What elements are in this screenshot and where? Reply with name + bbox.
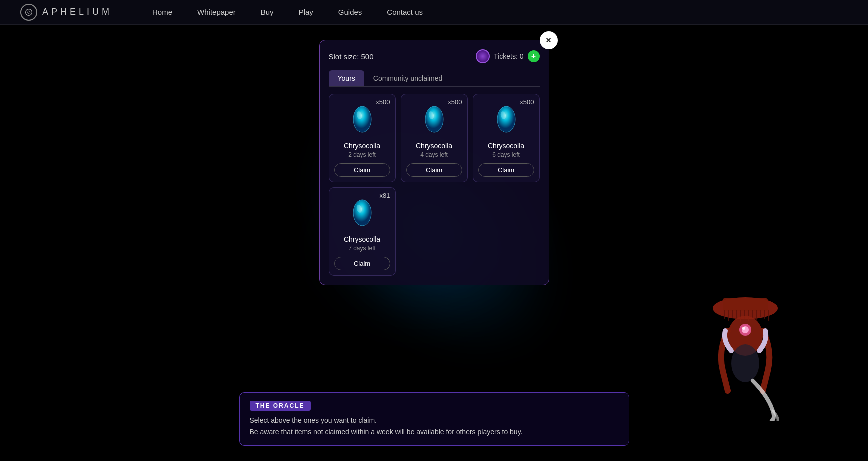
nav-item-play[interactable]: Play xyxy=(299,8,313,17)
oracle-panel: THE ORACLE Select above the ones you wan… xyxy=(239,392,629,446)
gem-icon-3 xyxy=(491,100,521,138)
svg-rect-14 xyxy=(723,298,768,311)
item-card-3: x500 C xyxy=(473,94,540,182)
svg-rect-22 xyxy=(752,310,753,318)
claim-button-2[interactable]: Claim xyxy=(406,164,462,177)
modal-panel: × Slot size: 500 Tickets: 0 + Yours Comm… xyxy=(319,40,549,286)
tickets-count: Tickets: 0 xyxy=(494,52,523,60)
tab-yours[interactable]: Yours xyxy=(329,70,364,86)
claim-button-4[interactable]: Claim xyxy=(334,257,390,270)
item-count-4: x81 xyxy=(380,192,390,200)
item-count-1: x500 xyxy=(376,98,390,106)
svg-rect-25 xyxy=(764,310,765,319)
svg-rect-16 xyxy=(728,310,729,321)
nav-item-whitepaper[interactable]: Whitepaper xyxy=(197,8,236,17)
claim-button-3[interactable]: Claim xyxy=(478,164,534,177)
oracle-text: Select above the ones you want to claim.… xyxy=(250,415,619,438)
logo-text: APHELIUM xyxy=(42,7,112,18)
nav-item-contact[interactable]: Contact us xyxy=(387,8,423,17)
item-name-1: Chrysocolla xyxy=(344,142,380,150)
slot-size-label: Slot size: 500 xyxy=(329,52,374,61)
item-days-2: 4 days left xyxy=(420,152,448,158)
svg-rect-23 xyxy=(756,310,757,320)
add-tickets-button[interactable]: + xyxy=(528,50,540,62)
item-card-1: x500 C xyxy=(329,94,396,182)
tab-community-unclaimed[interactable]: Community unclaimed xyxy=(364,70,452,86)
svg-point-0 xyxy=(26,9,32,16)
svg-rect-17 xyxy=(732,310,733,318)
item-days-3: 6 days left xyxy=(492,152,520,158)
item-card-2: x500 C xyxy=(401,94,468,182)
items-grid-row1: x500 C xyxy=(329,94,540,182)
tabs: Yours Community unclaimed xyxy=(329,70,540,87)
gem-icon-1 xyxy=(347,100,377,138)
tickets-avatar xyxy=(476,50,490,64)
close-button[interactable]: × xyxy=(540,32,558,50)
main-content: × Slot size: 500 Tickets: 0 + Yours Comm… xyxy=(0,25,868,286)
svg-point-31 xyxy=(742,327,745,330)
modal-header: Slot size: 500 Tickets: 0 + xyxy=(329,50,540,64)
items-grid-row2: x81 Ch xyxy=(329,188,540,276)
item-name-3: Chrysocolla xyxy=(488,142,524,150)
item-name-2: Chrysocolla xyxy=(416,142,452,150)
claim-button-1[interactable]: Claim xyxy=(334,164,390,177)
nav-item-home[interactable]: Home xyxy=(152,8,172,17)
item-count-3: x500 xyxy=(520,98,534,106)
logo[interactable]: APHELIUM xyxy=(20,4,112,21)
gem-icon-2 xyxy=(419,100,449,138)
logo-icon xyxy=(20,4,37,21)
character-art xyxy=(688,271,803,421)
svg-point-28 xyxy=(731,344,759,382)
nav-links: Home Whitepaper Buy Play Guides Contact … xyxy=(152,8,423,17)
tickets-area: Tickets: 0 + xyxy=(476,50,539,64)
item-card-4: x81 Ch xyxy=(329,188,396,276)
oracle-title: THE ORACLE xyxy=(250,401,311,411)
item-days-4: 7 days left xyxy=(348,245,376,252)
svg-rect-24 xyxy=(760,310,761,317)
navbar: APHELIUM Home Whitepaper Buy Play Guides… xyxy=(0,0,868,25)
svg-rect-26 xyxy=(768,310,769,321)
nav-item-guides[interactable]: Guides xyxy=(338,8,362,17)
nav-item-buy[interactable]: Buy xyxy=(261,8,274,17)
item-count-2: x500 xyxy=(448,98,462,106)
svg-rect-15 xyxy=(724,310,725,319)
gem-icon-4 xyxy=(347,194,377,232)
item-days-1: 2 days left xyxy=(348,152,376,158)
item-name-4: Chrysocolla xyxy=(344,236,380,244)
